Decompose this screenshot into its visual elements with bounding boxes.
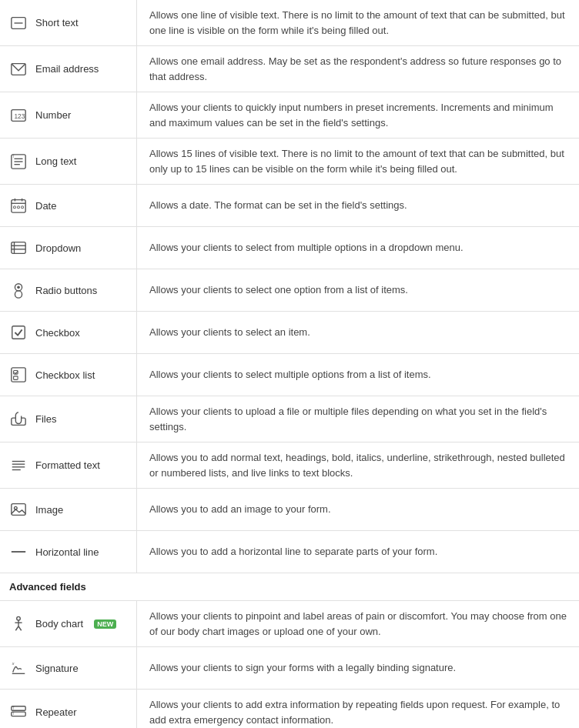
repeater-icon: TT	[9, 703, 28, 722]
formatted-text-label: Formatted text	[35, 459, 100, 471]
date-desc: Allows a date. The format can be set in …	[137, 185, 579, 226]
row-image: Image Allows you to add an image to your…	[0, 489, 579, 531]
checkbox-desc: Allows your clients to select an item.	[137, 312, 579, 353]
checkbox-label: Checkbox	[35, 327, 80, 339]
row-dropdown: Dropdown Allows your clients to select f…	[0, 227, 579, 269]
horizontal-line-icon	[9, 543, 28, 561]
long-text-icon: T	[9, 152, 28, 171]
svg-text:T: T	[12, 712, 15, 716]
row-number: 123 Number Allows your clients to quickl…	[0, 92, 579, 139]
svg-point-23	[15, 291, 22, 298]
image-desc: Allows you to add an image to your form.	[137, 489, 579, 530]
number-label: Number	[35, 109, 71, 121]
svg-text:T: T	[12, 706, 15, 710]
svg-point-22	[17, 286, 20, 289]
body-chart-badge: NEW	[94, 619, 116, 629]
svg-rect-27	[14, 376, 18, 380]
row-checkbox-list: Checkbox list Allows your clients to sel…	[0, 354, 579, 396]
short-text-icon	[9, 14, 28, 32]
files-label: Files	[35, 413, 56, 425]
svg-point-35	[17, 616, 21, 620]
row-checkbox: Checkbox Allows your clients to select a…	[0, 312, 579, 354]
radio-desc: Allows your clients to select one option…	[137, 269, 579, 311]
email-icon	[9, 60, 28, 78]
checkbox-list-label: Checkbox list	[35, 369, 95, 381]
svg-line-38	[15, 626, 18, 630]
row-files: Files Allows your clients to upload a fi…	[0, 396, 579, 442]
short-text-label: Short text	[35, 17, 79, 28]
horizontal-line-desc: Allows you to add a horizontal line to s…	[137, 531, 579, 573]
row-date: Date Allows a date. The format can be se…	[0, 185, 579, 227]
svg-line-39	[18, 626, 22, 630]
advanced-fields-header: Advanced fields	[0, 573, 579, 601]
email-desc: Allows one email address. May be set as …	[137, 46, 579, 92]
row-radio-buttons: Radio buttons Allows your clients to sel…	[0, 269, 579, 312]
formatted-text-icon	[9, 456, 28, 475]
long-text-label: Long text	[35, 155, 77, 167]
dropdown-label: Dropdown	[35, 242, 81, 254]
radio-label: Radio buttons	[35, 285, 97, 296]
number-desc: Allows your clients to quickly input num…	[137, 92, 579, 138]
image-label: Image	[35, 504, 63, 516]
dropdown-icon	[9, 239, 28, 257]
body-chart-label: Body chart	[35, 618, 83, 629]
svg-text:123: 123	[15, 112, 25, 119]
row-horizontal-line: Horizontal line Allows you to add a hori…	[0, 531, 579, 573]
row-signature: x Signature Allows your clients to sign …	[0, 647, 579, 690]
files-desc: Allows your clients to upload a file or …	[137, 396, 579, 442]
svg-rect-14	[14, 206, 16, 209]
row-short-text: Short text Allows one line of visible te…	[0, 0, 579, 46]
short-text-desc: Allows one line of visible text. There i…	[137, 0, 579, 45]
signature-icon: x	[9, 659, 28, 677]
image-icon	[9, 500, 28, 519]
signature-desc: Allows your clients to sign your forms w…	[137, 647, 579, 689]
horizontal-line-label: Horizontal line	[35, 546, 99, 558]
svg-text:T: T	[12, 155, 15, 159]
radio-icon	[9, 281, 28, 299]
row-long-text: T Long text Allows 15 lines of visible t…	[0, 139, 579, 185]
body-chart-icon	[9, 615, 28, 633]
dropdown-desc: Allows your clients to select from multi…	[137, 227, 579, 269]
checkbox-icon	[9, 323, 28, 342]
row-email-address: Email address Allows one email address. …	[0, 46, 579, 92]
files-icon	[9, 410, 28, 429]
svg-text:x: x	[12, 661, 15, 666]
signature-label: Signature	[35, 663, 79, 674]
number-icon: 123	[9, 106, 28, 125]
row-body-chart: Body chart NEW Allows your clients to pi…	[0, 601, 579, 647]
formatted-text-desc: Allows you to add normal text, headings,…	[137, 442, 579, 488]
checkbox-list-icon	[9, 366, 28, 384]
long-text-desc: Allows 15 lines of visible text. There i…	[137, 139, 579, 184]
svg-rect-24	[12, 326, 25, 339]
row-repeater: TT Repeater Allows your clients to add e…	[0, 690, 579, 728]
svg-rect-17	[12, 242, 25, 254]
checkbox-list-desc: Allows your clients to select multiple o…	[137, 354, 579, 396]
repeater-label: Repeater	[35, 706, 76, 718]
svg-rect-15	[18, 206, 20, 209]
email-label: Email address	[35, 63, 99, 75]
svg-rect-32	[12, 504, 25, 516]
field-types-list: Short text Allows one line of visible te…	[0, 0, 579, 728]
date-label: Date	[35, 200, 56, 212]
row-formatted-text: Formatted text Allows you to add normal …	[0, 442, 579, 489]
repeater-desc: Allows your clients to add extra informa…	[137, 690, 579, 728]
svg-rect-16	[22, 206, 24, 209]
body-chart-desc: Allows your clients to pinpoint and labe…	[137, 601, 579, 646]
date-icon	[9, 196, 28, 215]
